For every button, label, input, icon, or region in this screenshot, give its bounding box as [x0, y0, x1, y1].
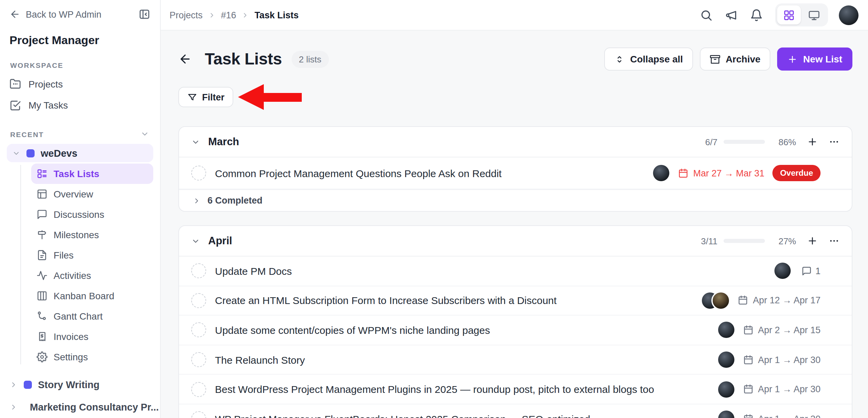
task-title[interactable]: Best WordPress Project Management Plugin… — [215, 383, 654, 395]
workspace-section-label: WORKSPACE — [0, 48, 160, 73]
archive-button[interactable]: Archive — [700, 48, 771, 71]
task-checkbox[interactable] — [191, 166, 206, 180]
progress-bar — [724, 140, 765, 144]
breadcrumb-current: Task Lists — [255, 10, 299, 20]
task-title[interactable]: The Relaunch Story — [215, 354, 305, 365]
calendar-icon — [743, 355, 753, 365]
sidebar-item-task-lists[interactable]: Task Lists — [31, 164, 153, 184]
chevron-right-icon — [242, 11, 249, 19]
back-to-wp-admin-link[interactable]: Back to WP Admin — [9, 9, 101, 20]
task-row[interactable]: WP Project Manager vs FluentBoards: Hone… — [179, 404, 852, 418]
sidebar-item-milestones[interactable]: Milestones — [31, 225, 153, 245]
due-date: Mar 27 → Mar 31 — [678, 168, 765, 178]
add-task-icon[interactable] — [807, 235, 818, 246]
task-row[interactable]: Update PM Docs 1 — [179, 256, 852, 286]
sidebar-item-settings[interactable]: Settings — [31, 347, 153, 367]
more-options-icon[interactable] — [829, 136, 840, 147]
assignee-avatar — [775, 263, 791, 279]
due-date: Apr 12 → Apr 17 — [738, 296, 821, 306]
task-title[interactable]: Update PM Docs — [215, 265, 292, 277]
activity-icon — [37, 270, 47, 281]
sidebar-item-files[interactable]: Files — [31, 245, 153, 265]
filter-button[interactable]: Filter — [178, 87, 233, 107]
back-button[interactable] — [178, 52, 192, 66]
sidebar-item-gantt-chart[interactable]: Gantt Chart — [31, 306, 153, 326]
progress-bar — [724, 239, 765, 243]
monitor-view-button[interactable] — [802, 5, 826, 24]
plus-icon — [788, 54, 798, 64]
sidebar-item-my-tasks[interactable]: My Tasks — [0, 95, 160, 116]
progress-percent: 86% — [776, 137, 796, 147]
task-title[interactable]: WP Project Manager vs FluentBoards: Hone… — [215, 413, 590, 418]
task-checkbox[interactable] — [191, 382, 206, 397]
assignee-avatar — [718, 322, 734, 338]
sidebar-item-projects[interactable]: Projects — [0, 73, 160, 95]
sidebar-item-kanban-board[interactable]: Kanban Board — [31, 286, 153, 306]
filter-row: Filter — [178, 84, 852, 110]
task-title[interactable]: Create an HTML Subscription Form to Incr… — [215, 295, 557, 306]
chevron-right-icon — [193, 196, 201, 205]
task-checkbox[interactable] — [191, 412, 206, 418]
sidebar-item-discussions[interactable]: Discussions — [31, 204, 153, 225]
assignee-avatar — [713, 292, 729, 309]
chevron-down-icon[interactable] — [191, 137, 200, 146]
add-task-icon[interactable] — [807, 136, 818, 147]
gear-icon — [37, 352, 47, 362]
overdue-badge: Overdue — [773, 165, 821, 181]
sidebar-project-wedevs[interactable]: weDevs — [7, 144, 153, 162]
task-checkbox[interactable] — [191, 264, 206, 279]
task-title[interactable]: Update some content/copies of WPPM's nic… — [215, 324, 490, 336]
due-date: Apr 1 → Apr 30 — [743, 355, 821, 365]
file-icon — [37, 250, 47, 261]
project-color-dot — [24, 380, 32, 388]
task-title[interactable]: Common Project Management Questions Peop… — [215, 167, 501, 179]
project-color-dot — [26, 149, 35, 157]
collapse-sidebar-icon[interactable] — [138, 8, 151, 20]
sidebar-item-invoices[interactable]: Invoices — [31, 326, 153, 347]
list-name: March — [208, 136, 239, 148]
task-checkbox[interactable] — [191, 293, 206, 308]
breadcrumb-project-id[interactable]: #16 — [221, 10, 236, 20]
grid-view-button[interactable] — [777, 5, 801, 24]
list-count-badge: 2 lists — [291, 51, 329, 68]
chevron-down-icon[interactable] — [140, 130, 149, 138]
receipt-icon — [37, 331, 47, 342]
task-checkbox[interactable] — [191, 352, 206, 367]
task-row[interactable]: Best WordPress Project Management Plugin… — [179, 375, 852, 404]
chevron-down-icon[interactable] — [191, 236, 200, 245]
completed-toggle[interactable]: 6 Completed — [179, 189, 852, 211]
sidebar-item-overview[interactable]: Overview — [31, 184, 153, 204]
sidebar: Back to WP Admin Project Manager WORKSPA… — [0, 0, 161, 418]
user-avatar[interactable] — [839, 5, 859, 25]
content: Task Lists 2 lists Collapse all Archive … — [161, 31, 868, 418]
bell-icon[interactable] — [750, 8, 763, 21]
topbar: Projects #16 Task Lists — [161, 0, 868, 31]
done-count: 3/11 — [701, 236, 717, 246]
chevron-right-icon — [9, 403, 18, 411]
task-row[interactable]: Common Project Management Questions Peop… — [179, 157, 852, 189]
chevron-right-icon — [9, 380, 18, 388]
megaphone-icon[interactable] — [725, 8, 738, 21]
search-icon[interactable] — [700, 8, 713, 21]
breadcrumb-projects[interactable]: Projects — [170, 10, 203, 20]
sidebar-project-marketing-consultancy[interactable]: Marketing Consultancy Pr... — [0, 396, 160, 418]
assignee-avatar — [718, 352, 734, 368]
collapse-all-button[interactable]: Collapse all — [605, 48, 693, 71]
gantt-icon — [37, 311, 47, 322]
sidebar-project-story-writing[interactable]: Story Writing — [0, 373, 160, 396]
sidebar-item-activities[interactable]: Activities — [31, 265, 153, 286]
new-list-button[interactable]: New List — [777, 48, 852, 71]
chevron-right-icon — [208, 11, 216, 19]
calendar-icon — [743, 325, 753, 335]
comment-bubble-icon — [802, 266, 812, 276]
due-date: Apr 2 → Apr 15 — [743, 325, 821, 335]
task-checkbox[interactable] — [191, 323, 206, 338]
project-submenu: Task Lists Overview Discussions Mileston… — [0, 164, 160, 367]
task-row[interactable]: The Relaunch Story Apr 1 → Apr 30 — [179, 345, 852, 375]
calendar-icon — [738, 296, 748, 306]
task-row[interactable]: Update some content/copies of WPPM's nic… — [179, 316, 852, 345]
task-row[interactable]: Create an HTML Subscription Form to Incr… — [179, 286, 852, 316]
chevron-down-icon — [12, 149, 20, 157]
task-list-icon — [37, 168, 47, 179]
more-options-icon[interactable] — [829, 235, 840, 246]
